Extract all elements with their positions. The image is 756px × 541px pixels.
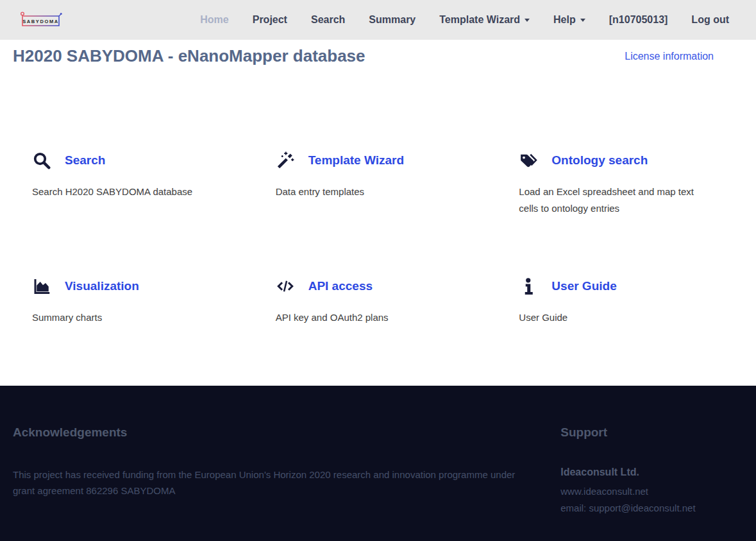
page-title: H2020 SABYDOMA - eNanoMapper database	[13, 46, 365, 66]
page-header: H2020 SABYDOMA - eNanoMapper database Li…	[0, 40, 756, 66]
tags-icon	[519, 151, 538, 170]
nav-item-username[interactable]: [n10705013]	[609, 14, 668, 26]
navbar: SABYDOMA Home Project Search Summary Tem…	[0, 0, 756, 40]
nav-item-project[interactable]: Project	[253, 14, 287, 26]
card-visualization-head: Visualization	[32, 277, 237, 296]
nav-item-home[interactable]: Home	[200, 14, 228, 26]
area-chart-icon	[32, 277, 51, 296]
support-email-link[interactable]: email: support@ideaconsult.net	[560, 502, 743, 513]
card-user-guide-link[interactable]: User Guide	[551, 279, 616, 293]
nav-item-template-wizard[interactable]: Template Wizard	[439, 14, 530, 26]
card-user-guide-head: User Guide	[519, 277, 724, 296]
support-heading: Support	[560, 425, 743, 440]
footer: Acknowledgements This project has receiv…	[0, 386, 756, 541]
card-search: Search Search H2020 SABYDOMA database	[13, 151, 256, 227]
card-ontology-search-description: Load an Excel spreadsheet and map text c…	[519, 184, 708, 217]
license-information-link[interactable]: License information	[625, 46, 714, 62]
caret-down-icon	[580, 19, 585, 22]
card-template-wizard-link[interactable]: Template Wizard	[308, 153, 404, 167]
card-ontology-search: Ontology search Load an Excel spreadshee…	[500, 151, 743, 227]
card-api-access-head: API access	[276, 277, 481, 296]
card-search-description: Search H2020 SABYDOMA database	[32, 184, 221, 200]
footer-support: Support Ideaconsult Ltd. www.ideaconsult…	[560, 425, 743, 519]
card-api-access: API access API key and OAuth2 plans	[256, 277, 500, 336]
card-ontology-search-head: Ontology search	[519, 151, 724, 170]
nav-item-help[interactable]: Help	[553, 14, 585, 26]
support-company-name: Ideaconsult Ltd.	[560, 467, 743, 478]
nav-menu: Home Project Search Summary Template Wiz…	[200, 14, 729, 26]
cards-row-1: Search Search H2020 SABYDOMA database	[13, 151, 743, 227]
footer-acknowledgements: Acknowledgements This project has receiv…	[13, 425, 560, 519]
cards-row-2: Visualization Summary charts API access	[13, 277, 743, 336]
card-visualization-description: Summary charts	[32, 309, 221, 326]
info-icon	[519, 277, 538, 296]
acknowledgements-text: This project has received funding from t…	[13, 467, 516, 499]
feature-cards: Search Search H2020 SABYDOMA database	[0, 151, 756, 386]
card-user-guide: User Guide User Guide	[500, 277, 743, 336]
card-search-head: Search	[32, 151, 237, 170]
card-template-wizard-description: Data entry templates	[276, 184, 465, 200]
acknowledgements-heading: Acknowledgements	[13, 425, 516, 440]
card-api-access-link[interactable]: API access	[308, 279, 373, 293]
magic-wand-icon	[276, 151, 295, 170]
card-template-wizard: Template Wizard Data entry templates	[256, 151, 500, 227]
support-website-link[interactable]: www.ideaconsult.net	[560, 486, 743, 497]
card-template-wizard-head: Template Wizard	[276, 151, 481, 170]
caret-down-icon	[525, 19, 530, 22]
search-icon	[32, 151, 51, 170]
card-search-link[interactable]: Search	[65, 153, 105, 167]
nav-item-search[interactable]: Search	[311, 14, 345, 26]
nav-item-help-label: Help	[553, 14, 576, 25]
nav-item-logout[interactable]: Log out	[691, 14, 729, 26]
card-ontology-search-link[interactable]: Ontology search	[551, 153, 648, 167]
nav-item-summary[interactable]: Summary	[369, 14, 416, 26]
page: SABYDOMA Home Project Search Summary Tem…	[0, 0, 756, 541]
sabydoma-logo[interactable]: SABYDOMA	[19, 10, 63, 30]
nav-item-template-wizard-label: Template Wizard	[439, 14, 520, 25]
card-api-access-description: API key and OAuth2 plans	[276, 309, 465, 326]
card-visualization-link[interactable]: Visualization	[65, 279, 139, 293]
card-user-guide-description: User Guide	[519, 309, 708, 326]
card-visualization: Visualization Summary charts	[13, 277, 256, 336]
logo-text: SABYDOMA	[22, 19, 59, 24]
sabydoma-logo-icon: SABYDOMA	[19, 10, 63, 30]
code-icon	[276, 277, 295, 296]
